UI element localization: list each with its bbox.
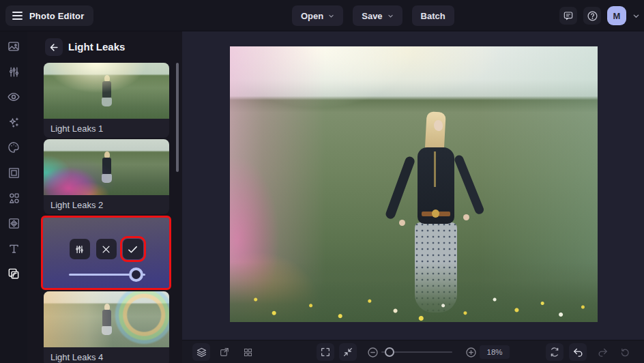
grid-button[interactable]	[239, 343, 257, 361]
save-button[interactable]: Save	[353, 5, 402, 26]
sidebar-tool-adjust[interactable]	[6, 64, 21, 79]
zoom-in-icon	[465, 346, 478, 359]
account-area: M	[559, 6, 640, 25]
batch-button[interactable]: Batch	[412, 5, 454, 26]
layers-button[interactable]	[192, 343, 210, 361]
zoom-out-icon	[366, 346, 379, 359]
undo-icon	[572, 347, 584, 358]
sidebar-tool-text[interactable]	[6, 241, 21, 256]
settings-sliders-icon	[74, 244, 85, 255]
bottom-toolbar: 18%	[182, 340, 644, 363]
effect-card-light-leaks-1[interactable]: Light Leaks 1	[44, 63, 169, 138]
avatar[interactable]: M	[607, 6, 626, 25]
effect-thumbnail	[44, 139, 169, 195]
history-reset-button[interactable]	[615, 343, 633, 361]
canvas-area: 18%	[182, 31, 644, 363]
hamburger-icon	[12, 12, 23, 20]
selected-effect-card[interactable]	[41, 216, 171, 290]
eye-icon	[7, 90, 20, 104]
effects-panel: Light Leaks Light Leaks 1 Light Leaks 2	[27, 31, 182, 363]
help-button[interactable]	[583, 7, 601, 25]
photo-editor-window: Photo Editor Open Save Batch M	[0, 0, 644, 363]
help-icon	[587, 10, 598, 22]
overlap-squares-icon	[7, 267, 20, 280]
app-title: Photo Editor	[29, 11, 84, 21]
cancel-x-icon	[101, 244, 111, 255]
sidebar-tool-overlays[interactable]	[6, 216, 21, 231]
layers-icon	[196, 347, 207, 358]
main-menu-button[interactable]: Photo Editor	[5, 5, 93, 26]
compare-icon	[549, 347, 560, 358]
fullscreen-icon	[320, 347, 331, 358]
effect-label: Light Leaks 4	[44, 347, 169, 363]
sidebar-tool-photo[interactable]	[6, 39, 21, 54]
sidebar-tool-artsy[interactable]	[6, 140, 21, 155]
sidebar-tool-touch-up[interactable]	[6, 89, 21, 104]
redo-button[interactable]	[594, 343, 611, 361]
top-bar: Photo Editor Open Save Batch M	[0, 0, 644, 31]
palette-icon	[7, 141, 20, 154]
fit-screen-icon	[342, 347, 353, 358]
text-icon	[8, 242, 20, 255]
sliders-icon	[8, 66, 20, 78]
canvas-image[interactable]	[230, 46, 598, 322]
effect-thumbnail	[44, 291, 169, 347]
effect-card-light-leaks-2[interactable]: Light Leaks 2	[44, 139, 169, 214]
ornate-frame-icon	[8, 217, 20, 230]
fit-to-screen-button[interactable]	[339, 343, 357, 361]
zoom-slider[interactable]	[381, 345, 452, 359]
resize-button[interactable]	[216, 343, 233, 361]
effect-label: Light Leaks 2	[44, 195, 169, 214]
panel-scrollbar[interactable]	[176, 63, 179, 172]
account-chevron-down-icon[interactable]	[632, 12, 640, 20]
chevron-down-icon	[328, 13, 334, 19]
chevron-down-icon	[387, 13, 394, 19]
effect-list: Light Leaks 1 Light Leaks 2	[44, 63, 169, 363]
intensity-slider-thumb[interactable]	[129, 267, 143, 282]
sidebar-tool-effects[interactable]	[6, 115, 21, 130]
panel-header: Light Leaks	[27, 31, 182, 63]
effect-settings-button[interactable]	[70, 239, 90, 259]
apply-effect-button[interactable]	[123, 239, 143, 259]
sidebar-tool-graphics[interactable]	[6, 190, 21, 205]
effect-label: Light Leaks 1	[44, 119, 169, 138]
sidebar-tool-frames[interactable]	[6, 165, 21, 180]
file-actions: Open Save Batch	[292, 5, 454, 26]
zoom-percent-field[interactable]: 18%	[480, 345, 510, 359]
feedback-button[interactable]	[559, 7, 577, 25]
zoom-in-button[interactable]	[462, 343, 480, 361]
zoom-slider-thumb[interactable]	[385, 347, 394, 357]
shapes-icon	[8, 192, 20, 205]
effect-controls	[43, 239, 169, 259]
open-button[interactable]: Open	[292, 5, 343, 26]
cancel-effect-button[interactable]	[96, 239, 117, 259]
back-button[interactable]	[45, 38, 63, 56]
comment-icon	[563, 10, 574, 21]
effect-intensity-slider[interactable]	[69, 267, 145, 282]
tools-sidebar	[0, 31, 27, 363]
undo-button[interactable]	[569, 343, 587, 361]
history-icon	[619, 347, 630, 358]
panel-title: Light Leaks	[68, 41, 125, 53]
fullscreen-button[interactable]	[317, 343, 334, 361]
photo-icon	[7, 40, 20, 53]
resize-icon	[219, 347, 230, 358]
effect-card-light-leaks-4[interactable]: Light Leaks 4	[44, 291, 169, 363]
frame-icon	[8, 166, 20, 179]
sidebar-tool-textures[interactable]	[6, 266, 21, 281]
sparkles-icon	[8, 116, 20, 129]
back-arrow-icon	[49, 42, 59, 53]
effect-thumbnail	[44, 63, 169, 119]
zoom-out-button[interactable]	[364, 343, 381, 361]
compare-button[interactable]	[546, 343, 564, 361]
apply-check-icon	[127, 244, 138, 255]
grid-icon	[243, 347, 253, 358]
redo-icon	[597, 347, 609, 358]
